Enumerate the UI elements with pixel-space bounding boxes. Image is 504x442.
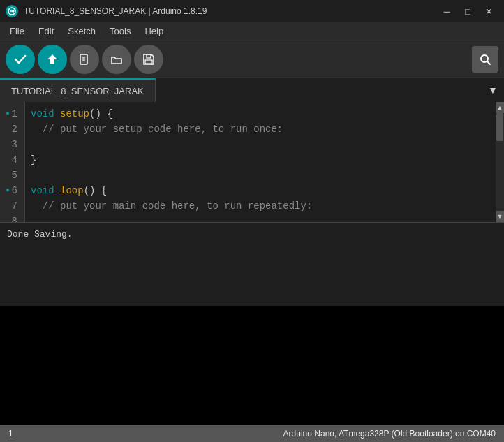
line-col-indicator: 1 [8, 429, 13, 439]
scroll-up-arrow[interactable]: ▲ [496, 102, 504, 113]
code-line-7: // put your main code here, to run repea… [31, 198, 490, 214]
board-info: Arduino Nano, ATmega328P (Old Bootloader… [283, 429, 496, 439]
line-number-2: 2 [6, 121, 22, 137]
line-number-5: 5 [6, 168, 22, 183]
editor-container: 123456789 void setup() { // put your set… [0, 102, 504, 222]
code-line-5 [31, 168, 490, 183]
code-editor[interactable]: void setup() { // put your setup code he… [25, 102, 496, 222]
line-number-8: 8 [6, 214, 22, 222]
vertical-scrollbar[interactable]: ▲ ▼ [496, 102, 504, 222]
minimize-button[interactable]: ─ [437, 4, 457, 18]
console-text: Done Saving. [7, 229, 73, 240]
upload-button[interactable] [38, 45, 67, 74]
menu-item-sketch[interactable]: Sketch [61, 24, 103, 38]
menu-item-edit[interactable]: Edit [31, 24, 61, 38]
window-title: TUTORIAL_8_SENSOR_JARAK | Arduino 1.8.19 [24, 6, 437, 16]
scroll-down-arrow[interactable]: ▼ [496, 211, 504, 222]
save-button[interactable] [134, 45, 163, 74]
console-area: Done Saving. [0, 222, 504, 306]
line-number-7: 7 [6, 198, 22, 214]
title-bar: TUTORIAL_8_SENSOR_JARAK | Arduino 1.8.19… [0, 0, 504, 22]
active-tab[interactable]: TUTORIAL_8_SENSOR_JARAK [0, 78, 156, 102]
svg-rect-5 [80, 54, 87, 64]
line-number-3: 3 [6, 137, 22, 152]
code-line-6: void loop() { [31, 183, 490, 198]
code-line-8 [31, 214, 490, 222]
menu-bar: FileEditSketchToolsHelp [0, 22, 504, 40]
code-line-4: } [31, 152, 490, 168]
maximize-button[interactable]: □ [458, 4, 477, 18]
line-number-6: 6 [6, 183, 22, 198]
toolbar [0, 40, 504, 78]
code-line-2: // put your setup code here, to run once… [31, 121, 490, 137]
verify-button[interactable] [6, 45, 35, 74]
bottom-area [0, 306, 504, 426]
svg-line-11 [487, 61, 490, 64]
open-button[interactable] [102, 45, 131, 74]
svg-marker-4 [47, 54, 57, 64]
menu-item-tools[interactable]: Tools [103, 24, 138, 38]
code-line-3 [31, 137, 490, 152]
svg-rect-9 [145, 60, 152, 64]
code-line-1: void setup() { [31, 106, 490, 121]
line-number-4: 4 [6, 152, 22, 168]
new-button[interactable] [70, 45, 99, 74]
tab-dropdown-button[interactable]: ▼ [482, 78, 504, 102]
status-bar: 1 Arduino Nano, ATmega328P (Old Bootload… [0, 425, 504, 442]
line-number-1: 1 [6, 106, 22, 121]
scroll-thumb[interactable] [496, 113, 503, 141]
tab-bar: TUTORIAL_8_SENSOR_JARAK ▼ [0, 78, 504, 102]
app-logo [6, 5, 18, 17]
search-button[interactable] [472, 46, 498, 73]
menu-item-file[interactable]: File [3, 24, 31, 38]
menu-item-help[interactable]: Help [138, 24, 170, 38]
window-controls: ─ □ ✕ [437, 4, 498, 18]
close-button[interactable]: ✕ [479, 4, 498, 18]
scroll-track[interactable] [496, 113, 504, 211]
line-numbers: 123456789 [0, 102, 25, 222]
